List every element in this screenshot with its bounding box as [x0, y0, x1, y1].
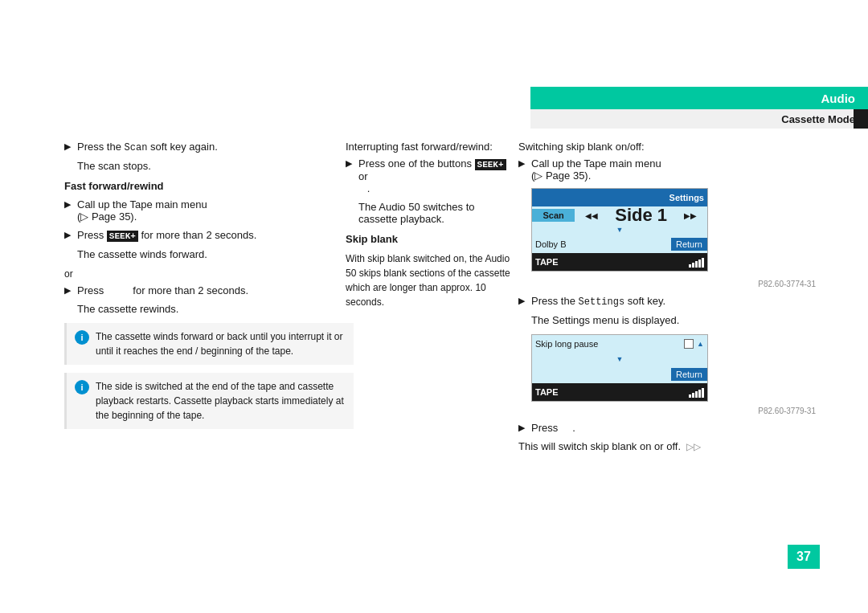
- press-dot-text: Press .: [531, 422, 575, 434]
- cassette-mode-black-block: [854, 109, 868, 129]
- bullet-arrow-mid: ▶: [346, 158, 352, 169]
- tape-rewind-arrow: ◀◀: [575, 211, 608, 220]
- press-scan-text: Press the Scan soft key again.: [77, 141, 218, 153]
- audio50-switches-text: The Audio 50 switches to cassette playba…: [358, 201, 514, 225]
- scan-bullet: ▶ Press the Scan soft key again.: [64, 141, 354, 153]
- signal-bar-3: [695, 261, 698, 268]
- cassette-winds-text: The cassette winds forward.: [77, 248, 354, 260]
- cassette-rewinds-text: The cassette rewinds.: [77, 303, 354, 315]
- press-one-bullet: ▶ Press one of the buttons SEEK+ or .: [346, 157, 514, 194]
- call-up-tape-bullet: ▶ Call up the Tape main menu(▷ Page 35).: [64, 198, 354, 223]
- tape-main-row: Scan ◀◀ Side 1 ▶▶: [532, 206, 707, 224]
- right-call-up-text: Call up the Tape main menu(▷ Page 35).: [531, 157, 661, 182]
- settings-return-row: Return: [532, 366, 707, 383]
- settings-display-screen: Skip long pause ▲ ▼ Return TAPE: [531, 334, 708, 402]
- bullet-arrow-right: ▶: [518, 158, 525, 169]
- fast-forward-title: Fast forward/rewind: [64, 180, 354, 192]
- tape-side-label: Side 1: [608, 205, 674, 226]
- bullet-arrow-press: ▶: [518, 423, 525, 433]
- settings-tape-label: TAPE: [535, 387, 559, 397]
- interrupting-title: Interrupting fast forward/rewind:: [346, 141, 514, 153]
- signal-bar-1: [689, 264, 691, 268]
- signal-bars: [689, 256, 704, 268]
- press-seek-plus-bullet: ▶ Press SEEK+ for more than 2 seconds.: [64, 229, 354, 242]
- seek-plus-badge-mid: SEEK+: [475, 159, 506, 170]
- tape-return-button: Return: [671, 238, 707, 251]
- settings-down-arrow: ▼: [616, 355, 624, 363]
- tape-arrow-row: ▼: [532, 224, 707, 235]
- settings-skip-row: Skip long pause ▲: [532, 335, 707, 353]
- middle-column: Interrupting fast forward/rewind: ▶ Pres…: [346, 141, 514, 309]
- left-column: ▶ Press the Scan soft key again. The sca…: [64, 141, 354, 437]
- tape-label: TAPE: [535, 257, 559, 267]
- cassette-mode-bar: Cassette Mode: [530, 109, 868, 129]
- skip-blank-title: Skip blank: [346, 233, 514, 245]
- cassette-mode-label: Cassette Mode: [781, 113, 855, 125]
- tape-settings-row: Settings: [532, 189, 707, 206]
- switching-label: Switching skip blank on/off:: [518, 141, 816, 153]
- skip-blank-text: With skip blank switched on, the Audio 5…: [346, 251, 514, 309]
- right-column: Switching skip blank on/off: ▶ Call up t…: [518, 141, 816, 460]
- settings-tape-row: TAPE: [532, 383, 707, 401]
- settings-word: Settings: [579, 296, 625, 308]
- switch-text-row: This will switch skip blank on or off. ▷…: [518, 440, 816, 452]
- audio-header: Audio: [530, 87, 868, 109]
- page-number: 37: [788, 545, 820, 569]
- settings-return-button: Return: [671, 368, 707, 381]
- settings-bar-5: [702, 388, 704, 398]
- or-text: or: [64, 268, 354, 280]
- settings-displayed-text: The Settings menu is displayed.: [531, 314, 816, 326]
- double-chevron: ▷▷: [684, 441, 701, 452]
- press-one-text: Press one of the buttons SEEK+ or .: [358, 157, 514, 194]
- tape-scan-cell: Scan: [532, 209, 575, 222]
- bullet-arrow-3: ▶: [64, 285, 71, 296]
- scan-stops-text: The scan stops.: [77, 160, 354, 172]
- press-dot-bullet: ▶ Press .: [518, 422, 816, 434]
- tape-dolby-row: Dolby B Return: [532, 235, 707, 253]
- bullet-arrow-2: ▶: [64, 230, 71, 240]
- tape-down-arrow: ▼: [616, 226, 624, 234]
- signal-bar-5: [702, 258, 704, 268]
- info-box-1: i The cassette winds forward or back unt…: [64, 323, 354, 365]
- press-rewind-bullet: ▶ Press for more than 2 seconds.: [64, 284, 354, 296]
- settings-signal-bars: [689, 386, 704, 398]
- press-settings-bullet: ▶ Press the Settings soft key.: [518, 295, 816, 308]
- tape-forward-arrow: ▶▶: [674, 211, 707, 220]
- skip-checkbox: [684, 339, 694, 349]
- info-text-2: The side is switched at the end of the t…: [96, 379, 346, 423]
- settings-bar-3: [695, 391, 698, 398]
- skip-long-pause-label: Skip long pause: [535, 339, 598, 349]
- tape-img-ref: P82.60-3774-31: [531, 280, 816, 288]
- audio-label: Audio: [821, 92, 856, 105]
- tape-display-screen: Settings Scan ◀◀ Side 1 ▶▶ ▼ Dolby B Ret…: [531, 188, 708, 272]
- seek-plus-badge: SEEK+: [107, 231, 138, 242]
- tape-settings-label: Settings: [669, 193, 704, 202]
- bullet-arrow-scan: ▶: [64, 141, 71, 152]
- signal-bar-2: [692, 263, 694, 268]
- right-call-up-bullet: ▶ Call up the Tape main menu(▷ Page 35).: [518, 157, 816, 182]
- settings-bar-1: [689, 394, 691, 398]
- switch-text: This will switch skip blank on or off.: [518, 440, 681, 452]
- bullet-arrow-settings: ▶: [518, 296, 525, 306]
- settings-bar-4: [698, 390, 701, 398]
- settings-img-ref: P82.60-3779-31: [531, 407, 816, 415]
- press-rewind-text: Press for more than 2 seconds.: [77, 284, 248, 296]
- press-seek-text: Press SEEK+ for more than 2 seconds.: [77, 229, 256, 242]
- scan-word: Scan: [125, 142, 148, 153]
- press-settings-text: Press the Settings soft key.: [531, 295, 665, 308]
- info-icon-1: i: [75, 330, 89, 345]
- info-box-2: i The side is switched at the end of the…: [64, 373, 354, 429]
- info-icon-2: i: [75, 380, 89, 394]
- tape-dolby-label: Dolby B: [532, 238, 570, 251]
- tape-bottom-row: TAPE: [532, 253, 707, 271]
- skip-up-arrow: ▲: [697, 340, 704, 348]
- settings-bar-2: [692, 393, 694, 398]
- settings-arrow-row: ▼: [532, 353, 707, 366]
- info-text-1: The cassette winds forward or back until…: [96, 329, 346, 358]
- call-up-tape-text: Call up the Tape main menu(▷ Page 35).: [77, 198, 207, 223]
- signal-bar-4: [698, 260, 701, 268]
- bullet-arrow-1: ▶: [64, 199, 71, 210]
